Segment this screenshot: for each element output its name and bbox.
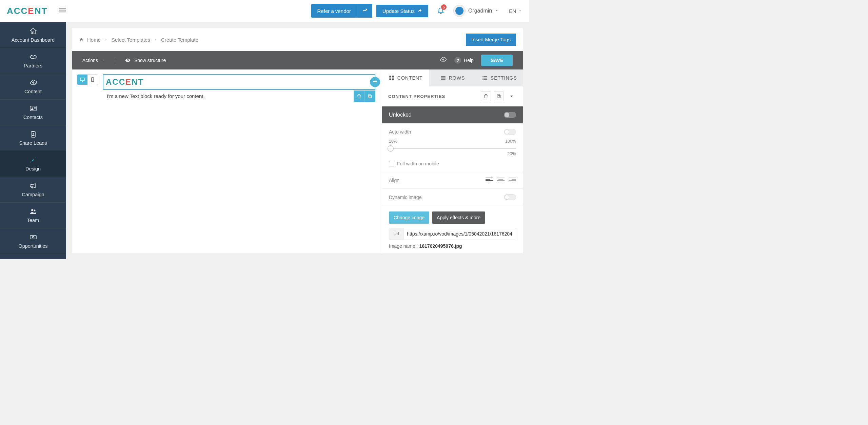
svg-point-4 [32,107,33,109]
collapse-panel-button[interactable] [507,91,517,101]
align-left-button[interactable] [486,178,493,183]
logo-part-e: E [28,6,34,16]
breadcrumb-home[interactable]: Home [87,37,101,43]
slider-max-label: 100% [505,139,516,144]
help-button[interactable]: ? Help [454,57,474,64]
refer-vendor-button[interactable]: Refer a vendor [311,4,357,18]
auto-width-toggle[interactable] [504,129,516,135]
save-button[interactable]: SAVE [481,55,513,66]
breadcrumb-select-templates[interactable]: Select Templates [112,37,150,43]
svg-point-9 [34,210,35,211]
sidebar-item-share-leads[interactable]: Share Leads [0,125,66,151]
avatar-icon [453,5,466,17]
insert-merge-tags-button[interactable]: Insert Merge Tags [466,34,516,46]
content-area: Home Select Templates Create Template In… [66,22,529,259]
svg-rect-24 [441,79,446,80]
svg-rect-18 [389,76,391,77]
dynamic-image-section: Dynamic image [382,189,523,206]
cloud-sync-icon[interactable] [439,56,447,65]
device-preview-toggle [77,74,98,85]
change-image-button[interactable]: Change image [389,211,429,224]
show-structure-toggle[interactable]: Show structure [115,57,166,63]
properties-title: CONTENT PROPERTIES [388,94,445,99]
tab-rows[interactable]: ROWS [429,69,476,86]
mobile-view-button[interactable] [87,75,98,85]
lock-toggle[interactable] [504,112,516,118]
content-properties-header: CONTENT PROPERTIES [382,86,523,106]
tab-content[interactable]: CONTENT [382,69,429,86]
chevron-right-icon [104,37,108,43]
sidebar-item-design[interactable]: Design [0,151,66,177]
duplicate-icon [367,94,373,99]
show-structure-label: Show structure [134,58,166,63]
align-section: Align [382,172,523,189]
svg-rect-17 [368,95,371,97]
grid-icon [389,75,395,81]
sidebar-item-opportunities[interactable]: Opportunities [0,228,66,254]
text-block[interactable]: I'm a new Text block ready for your cont… [103,90,375,102]
breadcrumb: Home Select Templates Create Template [79,37,198,43]
property-panel: CONTENT ROWS SETTINGS CONTENT PROPERTIES [382,69,523,253]
tab-settings[interactable]: SETTINGS [476,69,523,86]
width-slider[interactable] [389,148,516,149]
trash-icon [483,94,489,99]
chevron-right-icon [154,37,158,43]
svg-rect-23 [441,78,446,79]
sidebar-item-campaign[interactable]: Campaign [0,177,66,202]
tab-label: SETTINGS [491,75,517,81]
sidebar-item-content[interactable]: Content [0,74,66,99]
sidebar-item-label: Campaign [3,192,63,197]
duplicate-content-button[interactable] [494,91,504,101]
block-actions [354,90,375,102]
actions-dropdown[interactable]: Actions [82,58,115,63]
sidebar-item-partners[interactable]: Partners [0,48,66,74]
align-label: Align [389,178,399,183]
svg-rect-21 [392,79,394,80]
image-url-input[interactable] [403,228,516,240]
full-width-mobile-checkbox[interactable] [389,161,394,166]
notification-badge: 5 [441,4,447,10]
selected-image-block[interactable]: ACCENT [103,74,375,90]
editor-toolbar: Actions Show structure ? Help SAVE [72,51,523,69]
image-name-value: 1617620495076.jpg [419,243,462,249]
align-center-button[interactable] [497,178,505,183]
user-menu[interactable]: Orgadmin [453,5,499,17]
sidebar-item-team[interactable]: Team [0,202,66,228]
sidebar-item-dashboard[interactable]: Account Dashboard [0,22,66,48]
duplicate-block-button[interactable] [364,90,375,102]
apply-effects-button[interactable]: Apply effects & more [432,211,485,224]
share-icon [417,8,422,13]
dynamic-image-toggle[interactable] [504,194,516,200]
svg-rect-25 [482,76,484,77]
breadcrumb-create-template[interactable]: Create Template [161,37,198,43]
canvas-logo-image: ACCENT [105,76,373,88]
lang-label: EN [509,8,516,14]
desktop-view-button[interactable] [77,75,87,85]
help-icon: ? [454,57,461,64]
svg-rect-28 [484,78,487,78]
image-name-label: Image name: [389,243,417,249]
sidebar-item-label: Team [3,218,63,223]
move-handle-icon[interactable] [370,77,380,87]
svg-point-12 [127,60,128,61]
svg-rect-27 [482,78,484,78]
notifications-button[interactable]: 5 [437,6,445,15]
refer-vendor-chart-icon[interactable] [357,4,372,18]
sidebar: Account Dashboard Partners Content Conta… [0,22,66,259]
menu-toggle-icon[interactable] [59,7,66,15]
team-icon [29,207,37,216]
svg-point-11 [32,237,34,238]
sidebar-item-label: Share Leads [3,140,63,146]
delete-content-button[interactable] [481,91,491,101]
update-status-button[interactable]: Update Status [376,5,428,17]
language-selector[interactable]: EN [509,8,522,14]
breadcrumb-row: Home Select Templates Create Template In… [72,28,523,51]
delete-block-button[interactable] [354,90,364,102]
chevron-down-icon [518,8,522,14]
align-right-button[interactable] [509,178,516,183]
svg-point-7 [33,133,34,135]
canvas[interactable]: ACCENT [103,74,375,102]
eye-icon [125,57,131,63]
sidebar-item-contacts[interactable]: Contacts [0,99,66,125]
full-width-mobile-label[interactable]: Full width on mobile [397,161,439,166]
